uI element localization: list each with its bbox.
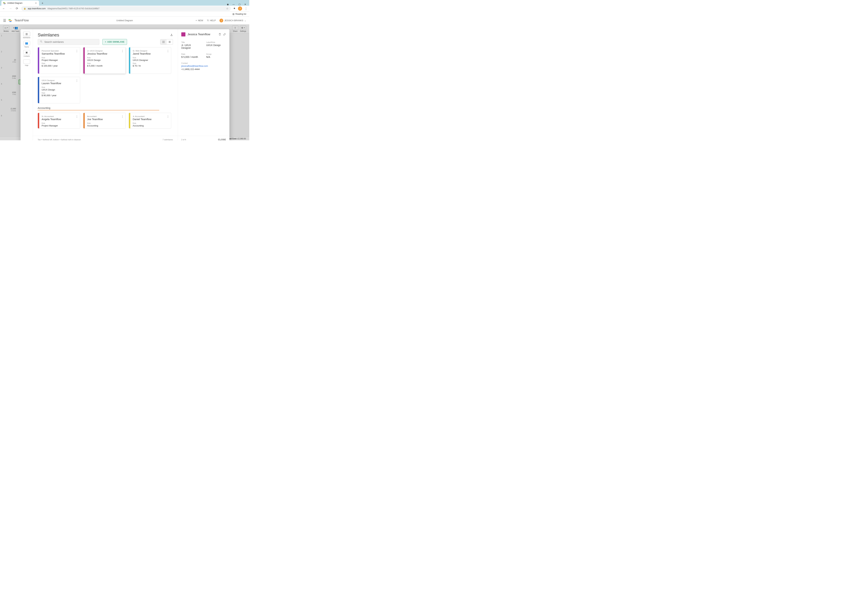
reading-list-icon[interactable]: ▤ xyxy=(232,13,234,15)
new-button[interactable]: +NEW xyxy=(196,19,203,22)
card-name: Samantha Teamflow xyxy=(42,52,77,55)
detail-contact-label: Contact xyxy=(181,62,226,64)
card-role-label: Role xyxy=(133,57,169,59)
add-swimlane-button[interactable]: + ADD SWIMLANE xyxy=(102,39,127,45)
svg-point-4 xyxy=(162,42,163,42)
detail-rate-value: $ 5,000 / month xyxy=(181,55,201,58)
card-menu-icon[interactable]: ⋮ xyxy=(75,115,78,118)
bookmark-bar: ▤ Reading list xyxy=(0,11,249,17)
detail-panel: Jessica Teamflow Title Jr xyxy=(178,29,229,140)
url-bar[interactable]: 🔒 app.teamflow.com/diagrams/5aa34451-7d6… xyxy=(21,6,231,11)
app-name: TeamFlow xyxy=(14,18,29,22)
tab-close-button[interactable]: × xyxy=(35,2,37,5)
detail-email[interactable]: jessicaflow@teamflow.com xyxy=(181,65,226,67)
bookmark-star-icon[interactable]: ☆ xyxy=(226,7,228,10)
detail-color-swatch[interactable] xyxy=(181,32,185,37)
search-field[interactable] xyxy=(44,41,97,43)
card-name: Jessica Teamflow xyxy=(87,52,123,55)
section-title-accounting: Accounting xyxy=(38,106,173,109)
detail-group-label: Group xyxy=(206,53,226,55)
help-button[interactable]: ?⃝HELP xyxy=(207,19,216,22)
svg-point-1 xyxy=(162,41,163,41)
card-subtitle: Jr. UI/UX Designer xyxy=(87,50,123,52)
swimlane-card[interactable]: ⋮ UI/UX Designer Lauren Teamflow Role UI… xyxy=(38,77,80,103)
browser-profile-avatar[interactable]: J xyxy=(238,6,242,11)
minimize-button[interactable]: — xyxy=(232,3,235,6)
card-menu-icon[interactable]: ⋮ xyxy=(166,49,169,53)
svg-point-5 xyxy=(163,42,164,42)
record-icon[interactable]: ◉ xyxy=(227,3,229,6)
address-bar: ← → ⟳ 🔒 app.teamflow.com/diagrams/5aa344… xyxy=(0,6,249,11)
menu-icon[interactable]: ☰ xyxy=(3,18,6,23)
new-tab-button[interactable]: + xyxy=(40,1,45,6)
swimlane-card[interactable]: ⋮ Sr. Web Designer Jared Teamflow Role U… xyxy=(129,47,171,74)
detail-group-value: N/A xyxy=(206,55,226,58)
card-subtitle: Sr. Web Designer xyxy=(133,50,169,52)
card-subtitle: UI/UX Designer xyxy=(42,79,77,81)
reload-button[interactable]: ⟳ xyxy=(15,6,19,11)
card-menu-icon[interactable]: ⋮ xyxy=(121,49,124,53)
extensions-icon[interactable]: ✦ xyxy=(233,7,236,10)
swimlane-card[interactable]: ⋮ Personnel Specialist Samantha Teamflow… xyxy=(38,47,80,74)
card-role-value: UI/UX Design xyxy=(42,89,77,91)
swimlane-card[interactable]: ⋮ Jr. Accountant Daniel Teamflow Role Ac… xyxy=(129,113,171,129)
swimlane-card[interactable]: ⋮ Jr. UI/UX Designer Jessica Teamflow Ro… xyxy=(83,47,126,74)
delete-icon[interactable] xyxy=(219,33,221,36)
swimlane-card[interactable]: ⋮ Sr. Accountant Angela Teamflow Role Pr… xyxy=(38,113,80,129)
card-menu-icon[interactable]: ⋮ xyxy=(75,79,78,82)
card-subtitle: Personnel Specialist xyxy=(42,50,77,52)
modal-overlay[interactable]: ▥ Swimlanes 👥 Teams ▣ Contacts Orgs xyxy=(0,25,249,140)
diagram-title[interactable]: Untitled Diagram xyxy=(116,19,133,22)
section-divider xyxy=(38,110,159,111)
card-subtitle: Accountant xyxy=(87,115,123,117)
swimlane-card[interactable]: ⋮ Accountant Joe Teamflow Role Accountin… xyxy=(83,113,126,129)
sidebar-item-orgs[interactable]: Orgs xyxy=(22,59,31,67)
card-rate-value: $ 70 / hr xyxy=(133,65,169,67)
card-rate-label: Rate xyxy=(133,63,169,65)
forward-button[interactable]: → xyxy=(8,6,13,11)
card-subtitle: Sr. Accountant xyxy=(42,115,77,117)
sidebar-item-contacts[interactable]: ▣ Contacts xyxy=(22,49,31,58)
browser-menu-icon[interactable]: ⋮ xyxy=(245,7,248,11)
card-stripe xyxy=(83,48,85,74)
url-host: app.teamflow.com xyxy=(28,7,46,10)
swimlanes-modal: ▥ Swimlanes 👥 Teams ▣ Contacts Orgs xyxy=(20,29,229,140)
edit-icon[interactable] xyxy=(223,33,226,36)
svg-point-6 xyxy=(164,42,165,42)
avatar: J xyxy=(220,18,223,22)
card-stripe xyxy=(83,113,85,128)
maximize-button[interactable]: ▢ xyxy=(239,3,240,6)
browser-tab[interactable]: Untitled Diagram × xyxy=(2,0,39,6)
card-menu-icon[interactable]: ⋮ xyxy=(121,115,124,118)
contacts-icon: ▣ xyxy=(23,50,30,55)
card-rate-value: $ 100,000 / year xyxy=(42,65,77,67)
detail-name: Jessica Teamflow xyxy=(188,33,210,36)
sidebar-item-swimlanes[interactable]: ▥ Swimlanes xyxy=(22,31,31,39)
close-window-button[interactable]: ✕ xyxy=(244,3,246,6)
browser-tab-strip: Untitled Diagram × + ◉ — ▢ ✕ xyxy=(0,0,249,6)
card-menu-icon[interactable]: ⋮ xyxy=(166,115,169,118)
list-view-button[interactable] xyxy=(166,39,173,45)
card-rate-label: Rate xyxy=(87,63,123,65)
card-rate-value: $ 90,000 / year xyxy=(42,94,77,97)
card-name: Joe Teamflow xyxy=(87,118,123,121)
search-input[interactable] xyxy=(38,39,99,45)
orgs-icon xyxy=(23,59,30,64)
download-icon[interactable] xyxy=(170,33,173,37)
card-stripe xyxy=(129,113,130,128)
detail-labelrole-value: UI/UX Design xyxy=(206,44,226,46)
user-menu[interactable]: J JESSICA BRANKS ⌄ xyxy=(220,18,246,22)
card-rate-value: $ 5,000 / month xyxy=(87,65,123,67)
sidebar-item-teams[interactable]: 👥 Teams xyxy=(22,40,31,48)
grid-view-button[interactable] xyxy=(160,39,166,45)
card-role-value: Accounting xyxy=(87,124,123,127)
footer-hint: Top = farthest left, bottom = farthest r… xyxy=(38,138,81,140)
close-button[interactable]: CLOSE xyxy=(218,138,226,140)
app-header: ☰ TeamFlow Untitled Diagram +NEW ?⃝HELP … xyxy=(0,17,249,25)
card-menu-icon[interactable]: ⋮ xyxy=(75,49,78,53)
detail-title-value: Jr. UI/UX Designer xyxy=(181,44,201,49)
plus-icon: + xyxy=(196,19,197,22)
back-button[interactable]: ← xyxy=(2,6,6,11)
svg-point-8 xyxy=(163,42,164,43)
reading-list-label[interactable]: Reading list xyxy=(236,13,246,15)
